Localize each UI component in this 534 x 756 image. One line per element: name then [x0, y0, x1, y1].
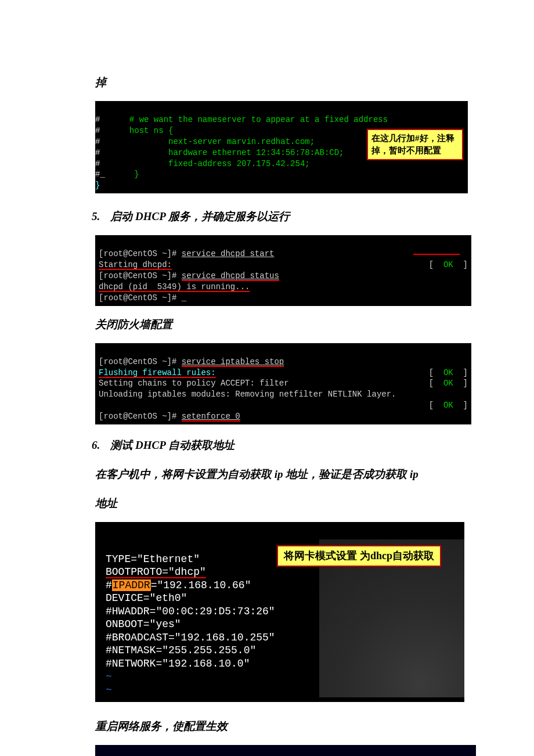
terminal-network-restart: [root@redlog ~]# service network restart… [95, 745, 476, 756]
trailing-char: 掉 [95, 72, 464, 93]
restart-heading: 重启网络服务，使配置生效 [95, 716, 464, 737]
terminal-dhcpd-service: [root@CentOS ~]# service dhcpd start Sta… [95, 235, 471, 305]
step-6-num: 6. [92, 435, 100, 456]
callout-comment-lines: 在这几行加#好，注释掉，暂时不用配置 [367, 129, 463, 160]
terminal-ifcfg: TYPE="Ethernet" BOOTPROTO="dhcp" #IPADDR… [95, 522, 464, 702]
terminal-iptables: [root@CentOS ~]# service iptables stopFl… [95, 343, 471, 424]
client-desc-2: 地址 [95, 493, 464, 514]
step-5-title: 启动 DHCP 服务，并确定服务以运行 [110, 206, 464, 227]
terminal-dhcpd-conf: # # we want the nameserver to appear at … [95, 101, 464, 193]
close-firewall-heading: 关闭防火墙配置 [95, 314, 464, 335]
step-6-title: 测试 DHCP 自动获取地址 [110, 435, 464, 456]
step-5-num: 5. [92, 206, 100, 227]
callout-dhcp-mode: 将网卡模式设置 为dhcp自动获取 [277, 545, 441, 567]
client-desc: 在客户机中，将网卡设置为自动获取 ip 地址，验证是否成功获取 ip [95, 464, 464, 485]
